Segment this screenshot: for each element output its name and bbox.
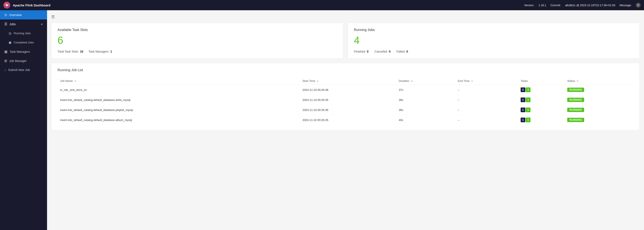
sidebar-item-submit-new-job[interactable]: ↓ Submit New Job xyxy=(0,66,47,74)
table-row[interactable]: insert-into_default_catalog.default_data… xyxy=(58,105,634,115)
cell-status: RUNNING xyxy=(565,95,634,105)
available-slots-count: 6 xyxy=(58,35,337,46)
cell-status: RUNNING xyxy=(565,115,634,125)
task-slots-stats: Total Task Slots 10 Task Managers 1 xyxy=(58,50,337,53)
sidebar-item-completed-jobs[interactable]: ◉ Completed Jobs xyxy=(0,38,47,47)
job-manager-icon: ⊞ xyxy=(4,59,7,63)
cell-start-time: 2024-11-10 00:26:38 xyxy=(300,85,396,95)
task-managers-icon: ▦ xyxy=(4,50,8,54)
sidebar-item-running-jobs[interactable]: ◎ Running Jobs xyxy=(0,29,47,38)
cell-tasks: 1 1 xyxy=(518,105,565,115)
version-label: Version: xyxy=(524,4,534,7)
sort-icon-job-name: ⇅ xyxy=(74,80,76,82)
cell-job-name: insert-into_default_catalog.default_data… xyxy=(58,115,300,125)
sort-icon-status: ⇅ xyxy=(577,80,578,82)
table-row[interactable]: sr_cdc_sink_doris_ex 2024-11-10 00:26:38… xyxy=(58,85,634,95)
job-manager-label: Job Manager xyxy=(9,59,27,63)
cell-duration: 39s xyxy=(396,95,455,105)
task-badge-blue: 1 xyxy=(521,118,525,122)
col-start-time[interactable]: Start Time ⇅ xyxy=(300,77,396,85)
total-task-slots-label: Total Task Slots 10 xyxy=(58,50,83,53)
canceled-stat: Canceled 0 xyxy=(374,50,391,53)
sidebar-item-jobs[interactable]: ☰ Jobs ∧ xyxy=(0,20,47,29)
sidebar-item-task-managers[interactable]: ▦ Task Managers xyxy=(0,47,47,56)
task-badge-green: 2 xyxy=(526,88,530,92)
canceled-value: 0 xyxy=(389,50,391,53)
sidebar-item-job-manager[interactable]: ⊞ Job Manager xyxy=(0,56,47,66)
col-job-name[interactable]: Job Name ⇅ xyxy=(58,77,300,85)
overview-cards: Available Task Slots 6 Total Task Slots … xyxy=(51,23,640,58)
status-badge: RUNNING xyxy=(567,88,584,92)
cell-end-time: – xyxy=(455,105,518,115)
menu-toggle-icon[interactable]: ☰ xyxy=(51,14,640,19)
finished-stat: Finished 0 xyxy=(354,50,368,53)
message-label: Message: xyxy=(620,4,632,7)
status-badge: RUNNING xyxy=(567,118,584,122)
topbar-info: Version: 1.18.1 Commit: a8c8b1c @ 2023-1… xyxy=(524,3,640,8)
message-badge: 0 xyxy=(636,3,640,8)
completed-jobs-label: Completed Jobs xyxy=(14,41,34,44)
cell-tasks: 1 1 xyxy=(518,95,565,105)
failed-stat: Failed 0 xyxy=(396,50,408,53)
task-badge-green: 1 xyxy=(526,108,530,112)
app-logo: 🐿 xyxy=(4,2,10,8)
main-content: ☰ Available Task Slots 6 Total Task Slot… xyxy=(47,10,644,230)
cell-status: RUNNING xyxy=(565,105,634,115)
running-job-table: Job Name ⇅ Start Time ⇅ Duration ⇅ End xyxy=(58,77,634,125)
status-badge: RUNNING xyxy=(567,98,584,102)
task-badge-green: 1 xyxy=(526,98,530,102)
cell-job-name: insert-into_default_catalog.default_data… xyxy=(58,95,300,105)
topbar: 🐿 Apache Flink Dashboard Version: 1.18.1… xyxy=(0,0,644,10)
task-badge-green: 1 xyxy=(526,118,530,122)
running-jobs-label: Running Jobs xyxy=(14,32,31,35)
running-jobs-count: 4 xyxy=(354,35,634,46)
submit-job-icon: ↓ xyxy=(4,68,6,72)
cell-job-name: insert-into_default_catalog.default_data… xyxy=(58,105,300,115)
cell-end-time: – xyxy=(455,95,518,105)
running-job-list-section: Running Job List Job Name ⇅ Start Time ⇅ xyxy=(51,63,640,130)
cell-job-name: sr_cdc_sink_doris_ex xyxy=(58,85,300,95)
cell-start-time: 2024-11-10 00:26:35 xyxy=(300,95,396,105)
submit-new-job-label: Submit New Job xyxy=(8,68,30,72)
jobs-icon: ☰ xyxy=(4,22,7,26)
jobs-chevron-icon: ∧ xyxy=(41,23,43,26)
cell-end-time: – xyxy=(455,85,518,95)
total-task-slots-value: 10 xyxy=(80,50,84,53)
sort-icon-duration: ⇅ xyxy=(411,80,413,82)
sidebar-item-overview[interactable]: ⊙ Overview xyxy=(0,10,47,20)
sort-icon-start-time: ⇅ xyxy=(317,80,318,82)
table-row[interactable]: insert-into_default_catalog.default_data… xyxy=(58,95,634,105)
task-badge-blue: 1 xyxy=(521,98,525,102)
col-duration[interactable]: Duration ⇅ xyxy=(396,77,455,85)
available-task-slots-card: Available Task Slots 6 Total Task Slots … xyxy=(51,23,344,58)
sidebar: ⊙ Overview ☰ Jobs ∧ ◎ Running Jobs ◉ Com… xyxy=(0,10,47,230)
job-status-row: Finished 0 Canceled 0 Failed 0 xyxy=(354,50,634,53)
table-row[interactable]: insert-into_default_catalog.default_data… xyxy=(58,115,634,125)
running-jobs-card: Running Jobs 4 Finished 0 Canceled 0 Fai… xyxy=(348,23,640,58)
task-managers-stat: Task Managers 1 xyxy=(88,50,112,53)
running-job-list-title: Running Job List xyxy=(58,68,634,72)
sort-icon-end-time: ⇅ xyxy=(471,80,473,82)
cell-status: RUNNING xyxy=(565,85,634,95)
table-header-row: Job Name ⇅ Start Time ⇅ Duration ⇅ End xyxy=(58,77,634,85)
cell-start-time: 2024-11-10 00:26:35 xyxy=(300,115,396,125)
status-badge: RUNNING xyxy=(567,108,584,112)
running-jobs-title: Running Jobs xyxy=(354,28,634,32)
col-tasks[interactable]: Tasks xyxy=(518,77,565,85)
failed-value: 0 xyxy=(406,50,408,53)
completed-jobs-icon: ◉ xyxy=(8,40,12,44)
cell-duration: 39s xyxy=(396,105,455,115)
cell-duration: 40s xyxy=(396,115,455,125)
col-end-time[interactable]: End Time ⇅ xyxy=(455,77,518,85)
overview-icon: ⊙ xyxy=(4,13,7,17)
commit-value: a8c8b1c @ 2023-12-19T22:17:36+01:00 xyxy=(565,4,615,7)
col-status[interactable]: Status ⇅ xyxy=(565,77,634,85)
version-value: 1.18.1 xyxy=(538,4,546,7)
running-jobs-icon: ◎ xyxy=(8,31,12,35)
app-title: Apache Flink Dashboard xyxy=(13,4,50,7)
available-slots-title: Available Task Slots xyxy=(58,28,337,32)
cell-tasks: 2 2 xyxy=(518,85,565,95)
sidebar-overview-label: Overview xyxy=(9,13,22,17)
cell-duration: 37s xyxy=(396,85,455,95)
cell-start-time: 2024-11-10 00:26:36 xyxy=(300,105,396,115)
